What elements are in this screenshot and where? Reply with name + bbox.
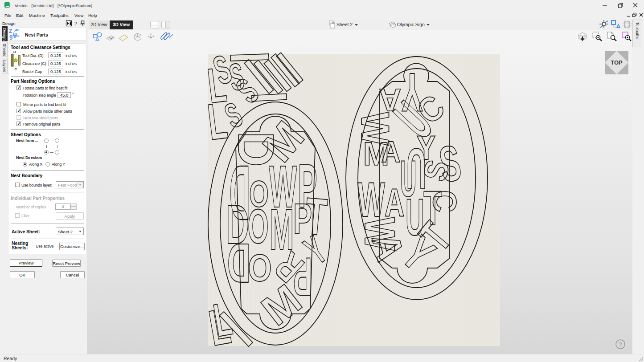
svg-text:Sheet 2: Sheet 2	[336, 22, 353, 27]
svg-text:?: ?	[619, 341, 622, 348]
svg-text:A: A	[381, 135, 400, 168]
svg-text:r: r	[16, 35, 21, 38]
svg-text:C: C	[15, 67, 17, 71]
svg-text:D: D	[13, 50, 16, 54]
svg-text:D: D	[227, 232, 250, 294]
svg-text:g: g	[9, 33, 12, 40]
svg-text:C: C	[426, 190, 463, 212]
svg-text:TOP: TOP	[611, 59, 623, 66]
svg-text:?: ?	[74, 21, 77, 26]
svg-text:O: O	[248, 247, 271, 289]
svg-text:Olympic Sign: Olympic Sign	[397, 22, 425, 27]
